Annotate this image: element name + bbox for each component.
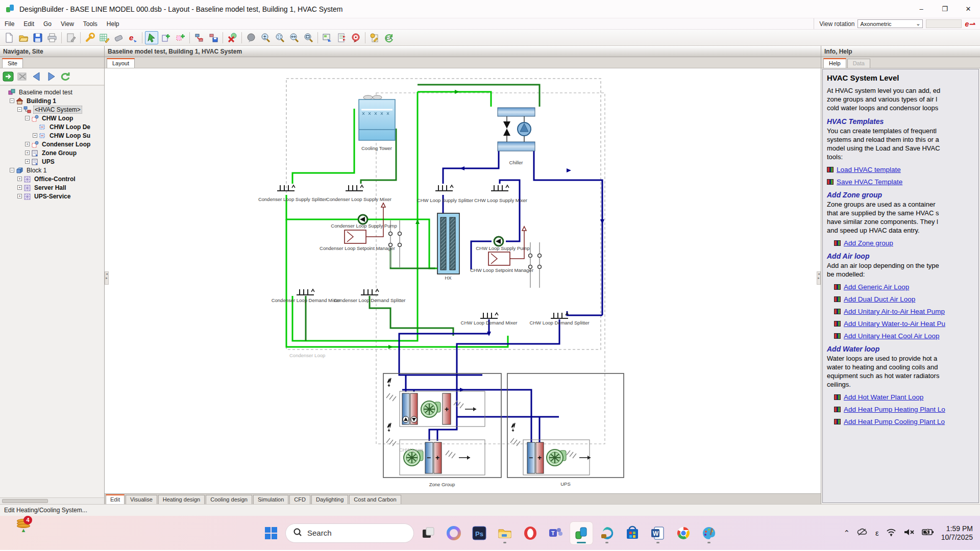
report-page-button[interactable] xyxy=(64,31,78,44)
tree-expander[interactable]: + xyxy=(17,185,22,190)
export-e-button[interactable]: e xyxy=(126,31,139,44)
delete-item-button[interactable] xyxy=(226,31,239,44)
tree-item-chw-loop[interactable]: −CHW Loop xyxy=(1,114,104,122)
menu-view[interactable]: View xyxy=(56,19,79,29)
tab-cooling-design[interactable]: Cooling design xyxy=(206,495,252,504)
add-new-block-button[interactable] xyxy=(159,31,173,44)
tree-expander[interactable]: − xyxy=(25,116,30,120)
taskbar-task-view-icon[interactable] xyxy=(417,522,439,544)
help-link-add-hot-water-plant-loop[interactable]: Add Hot Water Plant Loop xyxy=(844,393,923,401)
tree-item-chw-loop-de[interactable]: CHW Loop De xyxy=(1,122,104,131)
close-button[interactable]: ✕ xyxy=(957,0,980,18)
view-rotation-select[interactable]: Axonometric⌄ xyxy=(857,19,923,28)
condenser-setpoint-manager[interactable] xyxy=(345,230,366,243)
tree-expander[interactable]: + xyxy=(25,142,30,146)
chw-supply-mixer-icon[interactable] xyxy=(491,185,509,191)
heat-exchanger[interactable] xyxy=(437,213,459,274)
help-link-save-hvac-template[interactable]: Save HVAC Template xyxy=(837,178,902,186)
taskbar-designbuilder-icon[interactable] xyxy=(570,522,593,544)
chiller[interactable] xyxy=(498,108,535,151)
orbit-balloon-button[interactable] xyxy=(244,31,258,44)
tree-item-server-hall[interactable]: +Server Hall xyxy=(1,183,104,192)
export-report-button[interactable] xyxy=(335,31,348,44)
tree-item-zone-group[interactable]: +Zone Group xyxy=(1,148,104,157)
tree-expander[interactable]: + xyxy=(33,133,37,138)
print-button[interactable] xyxy=(45,31,59,44)
target-button[interactable] xyxy=(349,31,362,44)
tab-layout[interactable]: Layout xyxy=(107,58,135,68)
open-file-button[interactable] xyxy=(17,31,30,44)
tree-item-building-1[interactable]: −Building 1 xyxy=(1,96,104,105)
edit-table-button[interactable] xyxy=(97,31,111,44)
start-button[interactable] xyxy=(260,522,282,544)
taskbar-microsoft-store-icon[interactable] xyxy=(621,522,644,544)
script-gear-button[interactable] xyxy=(368,31,381,44)
eraser-button[interactable] xyxy=(112,31,125,44)
save-template-button[interactable] xyxy=(207,31,220,44)
tree-item-ups-service[interactable]: +UPS-Service xyxy=(1,192,104,201)
tree-item-ups[interactable]: +UPS xyxy=(1,157,104,166)
tray-chevron-up-icon[interactable]: ⌃ xyxy=(843,529,850,538)
tree-item-hvac-system[interactable]: −<HVAC System> xyxy=(1,105,104,114)
menu-tools[interactable]: Tools xyxy=(79,19,102,29)
chw-supply-splitter-icon[interactable] xyxy=(435,185,453,191)
zoom-pan-button[interactable] xyxy=(287,31,301,44)
menu-help[interactable]: Help xyxy=(102,19,124,29)
export-e-icon[interactable]: e⇀ xyxy=(965,20,975,28)
edit-disabled-button[interactable] xyxy=(16,71,29,82)
right-splitter-arrows[interactable]: ◂▸ xyxy=(817,271,821,285)
tab-simulation[interactable]: Simulation xyxy=(253,495,288,504)
tab-site[interactable]: Site xyxy=(2,58,23,68)
tree-item-baseline-model-test[interactable]: Baseline model test xyxy=(1,88,104,96)
left-splitter-arrows[interactable]: ◂▸ xyxy=(105,271,109,285)
tree-expander[interactable]: + xyxy=(25,159,30,164)
tree-item-chw-loop-su[interactable]: +CHW Loop Su xyxy=(1,131,104,140)
sidebar-hscrollbar[interactable] xyxy=(0,497,104,504)
condenser-demand-mixer-icon[interactable] xyxy=(297,289,314,295)
menu-file[interactable]: File xyxy=(0,19,19,29)
taskbar-paint-icon[interactable] xyxy=(698,522,720,544)
forward-button[interactable] xyxy=(45,71,57,82)
new-file-button[interactable] xyxy=(3,31,16,44)
select-cursor-button[interactable] xyxy=(145,31,158,44)
taskbar-chrome-icon[interactable] xyxy=(672,522,695,544)
help-link-add-unitary-water-to-air-heat-pu[interactable]: Add Unitary Water-to-Air Heat Pu xyxy=(844,320,945,328)
tab-help[interactable]: Help xyxy=(823,58,846,68)
minimize-button[interactable]: – xyxy=(910,0,933,18)
volume-muted-icon[interactable] xyxy=(903,528,915,538)
taskbar-file-explorer-icon[interactable] xyxy=(494,522,516,544)
taskbar-teams-icon[interactable]: T xyxy=(545,522,567,544)
taskbar-photoshop-icon[interactable]: Ps xyxy=(468,522,491,544)
chw-setpoint-manager[interactable] xyxy=(488,252,510,265)
help-link-add-zone-group[interactable]: Add Zone group xyxy=(844,239,893,247)
zoom-in-button[interactable]: ± xyxy=(259,31,272,44)
zoom-window-button[interactable] xyxy=(302,31,315,44)
battery-icon[interactable] xyxy=(922,529,934,538)
tab-cost-and-carbon[interactable]: Cost and Carbon xyxy=(349,495,401,504)
onedrive-offline-icon[interactable] xyxy=(857,528,868,538)
chw-demand-splitter-icon[interactable] xyxy=(551,313,569,318)
help-link-add-unitary-air-to-air-heat-pump[interactable]: Add Unitary Air-to-Air Heat Pump xyxy=(844,308,945,315)
hvac-layout-canvas[interactable]: + − + xyxy=(105,68,821,493)
cooling-tower[interactable] xyxy=(359,95,395,140)
model-options-wrench-button[interactable] xyxy=(83,31,96,44)
export-image-button[interactable] xyxy=(321,31,334,44)
tab-daylighting[interactable]: Daylighting xyxy=(311,495,348,504)
search-input[interactable]: Search xyxy=(285,523,414,543)
language-indicator[interactable]: ε xyxy=(875,529,879,537)
refresh-button[interactable] xyxy=(59,71,71,82)
tab-visualise[interactable]: Visualise xyxy=(126,495,157,504)
help-link-add-dual-duct-air-loop[interactable]: Add Dual Duct Air Loop xyxy=(844,295,915,303)
tree-expander[interactable]: + xyxy=(17,177,22,181)
help-link-load-hvac-template[interactable]: Load HVAC template xyxy=(837,166,901,173)
tree-item-condenser-loop[interactable]: +Condenser Loop xyxy=(1,140,104,148)
back-button[interactable] xyxy=(31,71,43,82)
chw-demand-mixer-icon[interactable] xyxy=(480,313,498,318)
load-template-button[interactable] xyxy=(192,31,206,44)
condenser-supply-mixer-icon[interactable] xyxy=(346,185,363,191)
save-file-button[interactable] xyxy=(31,31,44,44)
tree-expander[interactable]: − xyxy=(10,168,14,172)
chw-supply-pump-icon[interactable] xyxy=(494,237,503,246)
tab-cfd[interactable]: CFD xyxy=(289,495,310,504)
taskbar-opera-icon[interactable] xyxy=(519,522,542,544)
